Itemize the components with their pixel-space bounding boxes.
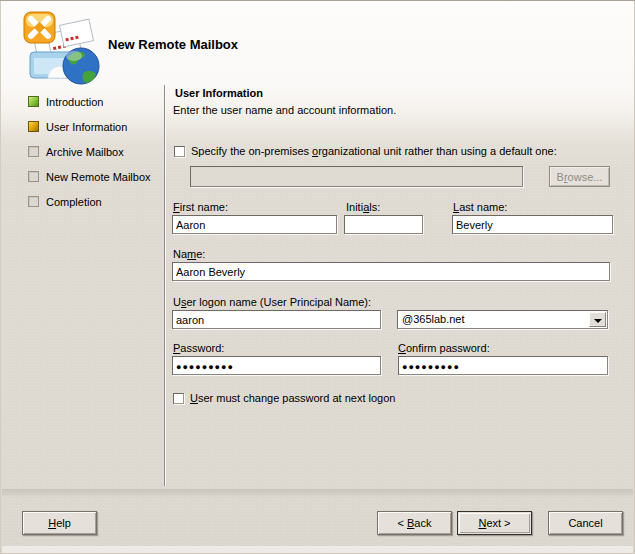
first-name-input[interactable] [172, 215, 337, 234]
ou-checkbox-label: Specify the on-premises organizational u… [191, 145, 557, 157]
ou-checkbox[interactable] [174, 146, 185, 157]
step-label: New Remote Mailbox [46, 171, 151, 183]
upn-input[interactable] [172, 310, 381, 329]
last-name-label: Last name: [453, 201, 507, 213]
footer-shadow [2, 489, 633, 498]
content-subtitle: Enter the user name and account informat… [173, 104, 396, 116]
step-status-icon [28, 96, 39, 107]
cancel-button[interactable]: Cancel [548, 511, 623, 535]
step-label: User Information [46, 121, 127, 133]
change-password-checkbox[interactable] [173, 393, 184, 404]
dropdown-button[interactable] [589, 312, 606, 327]
upn-domain-selected-value: @365lab.net [402, 313, 465, 325]
sidebar-divider-highlight [165, 85, 166, 486]
confirm-password-input[interactable] [398, 356, 608, 375]
new-remote-mailbox-wizard-window: New Remote Mailbox Introduction User Inf… [0, 0, 635, 554]
footer-highlight [2, 546, 633, 553]
initials-input[interactable] [344, 215, 423, 234]
back-button[interactable]: < Back [377, 511, 452, 535]
step-status-icon [28, 196, 39, 207]
upn-domain-dropdown[interactable]: @365lab.net [397, 310, 608, 329]
remote-mailbox-wizard-icon [22, 6, 108, 88]
last-name-input[interactable] [452, 215, 613, 234]
next-button[interactable]: Next > [457, 511, 532, 535]
chevron-down-icon [594, 319, 602, 323]
exchange-logo-icon [24, 12, 55, 43]
step-status-icon [28, 171, 39, 182]
step-status-icon [28, 121, 39, 132]
page-title: New Remote Mailbox [108, 37, 238, 52]
browse-button: Browse... [549, 166, 610, 187]
upn-label: User logon name (User Principal Name): [173, 296, 371, 308]
step-label: Introduction [46, 96, 103, 108]
help-button[interactable]: Help [22, 511, 97, 535]
ou-input [190, 166, 523, 187]
password-input[interactable] [172, 356, 381, 375]
content-title: User Information [175, 87, 263, 99]
confirm-password-label: Confirm password: [398, 342, 490, 354]
name-input[interactable] [172, 262, 610, 281]
name-label: Name: [173, 248, 205, 260]
step-label: Archive Mailbox [46, 146, 124, 158]
first-name-label: First name: [173, 201, 228, 213]
initials-label: Initials: [346, 201, 380, 213]
step-status-icon [28, 146, 39, 157]
change-password-checkbox-label: User must change password at next logon [190, 392, 395, 404]
password-label: Password: [173, 342, 224, 354]
step-label: Completion [46, 196, 102, 208]
globe-icon [63, 48, 99, 84]
